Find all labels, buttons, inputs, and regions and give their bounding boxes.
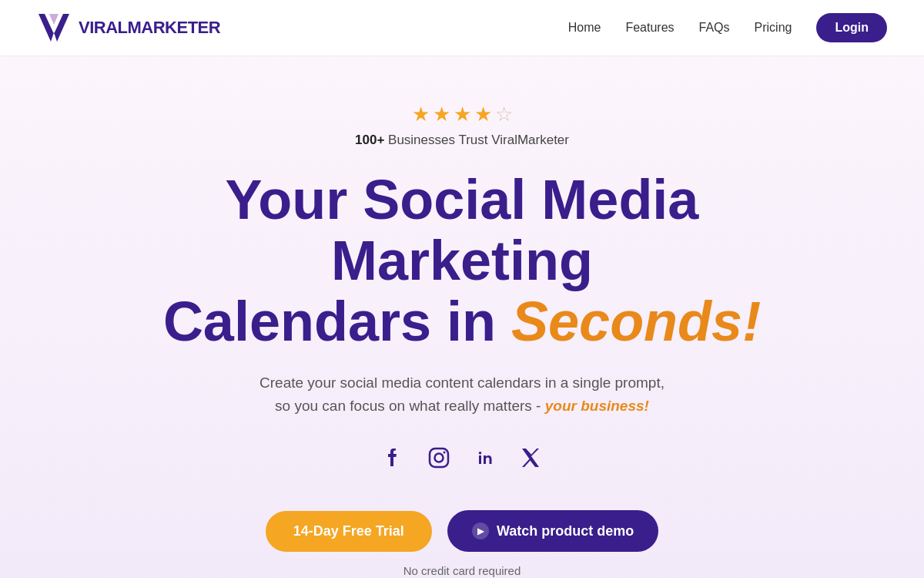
hero-subtitle-accent: your business!: [545, 398, 649, 414]
login-button[interactable]: Login: [816, 13, 887, 42]
logo-text: VIRALMARKETER: [79, 18, 220, 38]
hero-subtitle-line1: Create your social media content calenda…: [259, 375, 665, 391]
hero-title-accent: Seconds!: [511, 291, 761, 352]
trust-count: 100+: [355, 133, 384, 147]
instagram-icon[interactable]: [427, 445, 451, 476]
svg-rect-2: [430, 449, 448, 467]
svg-point-3: [435, 454, 444, 462]
hero-title-part1: Your Social Media Marketing: [226, 169, 699, 291]
social-icons-row: [380, 445, 544, 476]
hero-subtitle: Create your social media content calenda…: [259, 371, 665, 418]
svg-marker-1: [49, 14, 59, 25]
linkedin-icon[interactable]: [473, 445, 497, 476]
trust-label: Businesses Trust ViralMarketer: [388, 133, 569, 147]
demo-button-label: Watch product demo: [497, 523, 634, 539]
free-trial-button[interactable]: 14-Day Free Trial: [266, 511, 432, 552]
hero-title-part2: Calendars in: [163, 291, 511, 352]
star-4: ★: [474, 102, 492, 126]
logo-icon: [37, 11, 71, 45]
nav-faqs[interactable]: FAQs: [699, 21, 730, 35]
hero-title: Your Social Media Marketing Calendars in…: [116, 170, 808, 353]
logo[interactable]: VIRALMARKETER: [37, 11, 220, 45]
hero-section: ★ ★ ★ ★ ☆ 100+ Businesses Trust ViralMar…: [0, 56, 924, 578]
navbar: VIRALMARKETER Home Features FAQs Pricing…: [0, 0, 924, 56]
cta-buttons-row: 14-Day Free Trial ▶ Watch product demo: [266, 510, 658, 552]
no-cc-text: No credit card required: [403, 564, 521, 577]
x-twitter-icon[interactable]: [519, 445, 544, 476]
nav-pricing[interactable]: Pricing: [755, 21, 792, 35]
play-icon: ▶: [472, 523, 489, 539]
nav-home[interactable]: Home: [568, 21, 601, 35]
facebook-icon[interactable]: [380, 445, 405, 476]
svg-point-4: [444, 452, 446, 454]
star-2: ★: [433, 102, 450, 126]
hero-subtitle-line2: so you can focus on what really matters …: [275, 398, 545, 414]
star-5: ☆: [495, 102, 513, 126]
nav-features[interactable]: Features: [625, 21, 674, 35]
trust-text: 100+ Businesses Trust ViralMarketer: [355, 133, 569, 148]
nav-links: Home Features FAQs Pricing Login: [568, 13, 887, 42]
stars-row: ★ ★ ★ ★ ☆: [412, 102, 513, 126]
star-1: ★: [412, 102, 430, 126]
watch-demo-button[interactable]: ▶ Watch product demo: [447, 510, 658, 552]
star-3: ★: [454, 102, 471, 126]
